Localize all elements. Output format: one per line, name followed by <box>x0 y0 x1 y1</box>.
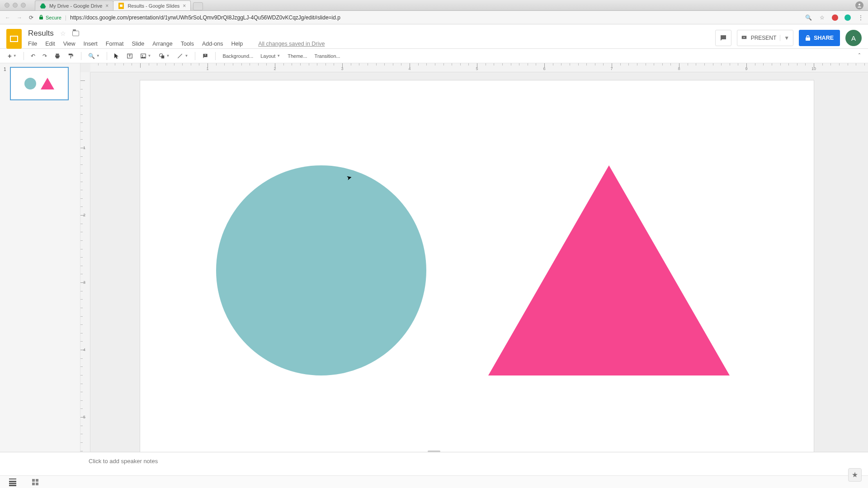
forward-button[interactable]: → <box>15 14 24 21</box>
shape-tool[interactable]: ▼ <box>156 51 173 61</box>
thumbnail-panel[interactable]: 1 <box>0 63 80 452</box>
add-comment-icon <box>202 53 208 59</box>
comments-button[interactable] <box>715 30 731 46</box>
macos-titlebar: My Drive - Google Drive × Results - Goog… <box>0 0 868 11</box>
triangle-shape[interactable] <box>488 165 730 375</box>
back-button[interactable]: ← <box>4 14 12 21</box>
avatar-letter: A <box>851 34 856 42</box>
window-controls[interactable] <box>5 3 26 8</box>
line-tool[interactable]: ▼ <box>174 51 191 61</box>
transition-button[interactable]: Transition... <box>311 52 344 61</box>
zoom-button[interactable]: 🔍▼ <box>85 51 103 61</box>
notes-resize-handle[interactable] <box>428 450 440 452</box>
menu-help[interactable]: Help <box>231 41 243 47</box>
filmstrip-view-button[interactable] <box>9 479 16 486</box>
browser-tabs: My Drive - Google Drive × Results - Goog… <box>35 0 203 10</box>
new-slide-button[interactable]: +▼ <box>5 50 20 61</box>
present-icon <box>741 35 747 41</box>
window-max-dot[interactable] <box>21 3 26 8</box>
star-icon[interactable]: ☆ <box>60 30 66 37</box>
move-to-folder-icon[interactable] <box>72 31 79 36</box>
svg-rect-21 <box>36 483 38 485</box>
explore-icon <box>851 471 859 479</box>
workarea: 1 12345678910 12345 ➤ <box>0 63 868 452</box>
secure-indicator[interactable]: Secure <box>39 15 61 20</box>
layout-button[interactable]: Layout ▼ <box>257 52 283 61</box>
collapse-toolbar-button[interactable]: ˆ <box>855 51 863 61</box>
print-button[interactable] <box>51 51 64 61</box>
svg-rect-17 <box>9 485 16 486</box>
menu-tools[interactable]: Tools <box>181 41 194 47</box>
document-title[interactable]: Results <box>28 29 54 38</box>
save-status[interactable]: All changes saved in Drive <box>258 41 325 47</box>
speaker-notes[interactable]: Click to add speaker notes <box>0 452 868 475</box>
window-close-dot[interactable] <box>5 3 9 8</box>
secure-label: Secure <box>46 15 61 20</box>
browser-tab-drive[interactable]: My Drive - Google Drive × <box>35 0 113 10</box>
redo-button[interactable]: ↷ <box>39 51 50 61</box>
slide-number: 1 <box>4 67 8 100</box>
window-min-dot[interactable] <box>13 3 18 8</box>
textbox-icon <box>127 53 133 59</box>
extension-green-icon[interactable] <box>844 14 851 21</box>
extension-adblock-icon[interactable] <box>832 14 838 21</box>
shape-icon <box>159 53 165 59</box>
theme-button[interactable]: Theme... <box>284 52 310 61</box>
browser-tab-slides[interactable]: Results - Google Slides × <box>113 0 191 10</box>
textbox-tool[interactable] <box>123 51 136 61</box>
zoom-icon[interactable]: 🔍 <box>805 14 812 21</box>
app-header: Results ☆ File Edit View Insert Format S… <box>0 24 868 49</box>
account-avatar[interactable]: A <box>845 30 862 46</box>
svg-rect-13 <box>161 55 164 58</box>
svg-line-14 <box>178 54 182 58</box>
circle-shape[interactable] <box>216 165 426 375</box>
explore-button[interactable] <box>848 468 862 482</box>
slide-canvas[interactable]: ➤ <box>140 80 814 452</box>
slide-thumbnail-1[interactable] <box>10 67 69 100</box>
menu-addons[interactable]: Add-ons <box>202 41 223 47</box>
chrome-menu-icon[interactable]: ⋮ <box>857 14 864 21</box>
share-button[interactable]: SHARE <box>799 30 840 46</box>
layout-label: Layout <box>260 53 275 59</box>
menu-insert[interactable]: Insert <box>84 41 98 47</box>
menu-edit[interactable]: Edit <box>45 41 55 47</box>
horizontal-ruler[interactable]: 12345678910 <box>90 63 868 72</box>
canvas-background[interactable]: ➤ <box>90 72 868 452</box>
svg-marker-0 <box>40 3 46 8</box>
paint-format-button[interactable] <box>65 51 77 61</box>
speaker-notes-placeholder: Click to add speaker notes <box>89 458 158 465</box>
navbar-extensions: 🔍 ☆ ⋮ <box>805 14 864 21</box>
svg-rect-20 <box>32 483 35 485</box>
slides-favicon-icon <box>118 3 124 9</box>
toolbar: +▼ ↶ ↷ 🔍▼ ▼ ▼ ▼ Background... Layout ▼ T… <box>0 49 868 63</box>
chrome-profile-icon[interactable] <box>855 1 863 9</box>
share-label: SHARE <box>814 35 834 41</box>
present-button[interactable]: PRESENT ▼ <box>737 30 794 46</box>
reload-button[interactable]: ⟳ <box>27 14 35 21</box>
select-tool[interactable] <box>111 51 123 61</box>
svg-rect-8 <box>68 53 72 55</box>
canvas-area: 12345678910 12345 ➤ <box>80 63 868 452</box>
present-dropdown-icon[interactable]: ▼ <box>780 35 789 41</box>
background-button[interactable]: Background... <box>219 52 256 61</box>
image-icon <box>140 53 146 59</box>
comment-tool[interactable] <box>199 51 212 61</box>
new-tab-button[interactable] <box>193 2 203 10</box>
tab-close-icon[interactable]: × <box>105 3 108 9</box>
vertical-ruler[interactable]: 12345 <box>80 72 90 452</box>
image-tool[interactable]: ▼ <box>137 51 155 61</box>
menu-format[interactable]: Format <box>106 41 124 47</box>
slides-logo-icon[interactable] <box>6 29 22 49</box>
address-bar[interactable]: https://docs.google.com/presentation/d/1… <box>70 14 340 21</box>
lock-icon <box>39 15 43 20</box>
menu-file[interactable]: File <box>28 41 37 47</box>
tab-close-icon[interactable]: × <box>183 3 186 9</box>
menu-arrange[interactable]: Arrange <box>152 41 172 47</box>
undo-button[interactable]: ↶ <box>28 51 38 61</box>
menu-slide[interactable]: Slide <box>132 41 144 47</box>
menubar: File Edit View Insert Format Slide Arran… <box>28 41 325 47</box>
bookmark-star-icon[interactable]: ☆ <box>818 14 826 21</box>
grid-view-button[interactable] <box>32 479 39 486</box>
dropdown-icon[interactable]: ▼ <box>13 54 17 58</box>
menu-view[interactable]: View <box>63 41 75 47</box>
